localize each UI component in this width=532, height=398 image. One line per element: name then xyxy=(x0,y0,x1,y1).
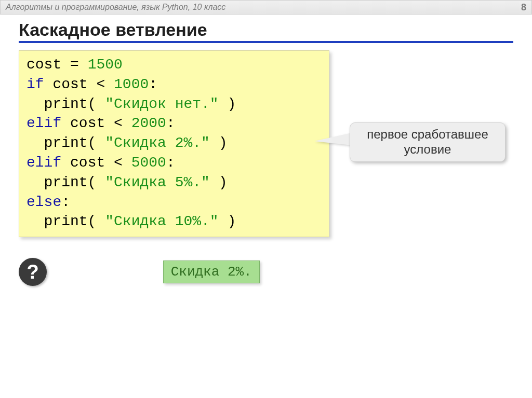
page-number: 8 xyxy=(521,2,526,13)
code-line: else: xyxy=(26,193,322,212)
code-line: print( "Скидка 10%." ) xyxy=(26,212,322,231)
header-title: Алгоритмы и программирование, язык Pytho… xyxy=(6,3,225,12)
callout-tail-icon xyxy=(314,133,352,145)
callout-box: первое сработавшее условие xyxy=(350,122,506,162)
code-line: elif cost < 2000: xyxy=(26,114,322,133)
code-line: print( "Скидок нет." ) xyxy=(26,94,322,114)
code-block: cost = 1500 if cost < 1000: print( "Скид… xyxy=(19,50,329,237)
answer-box: Скидка 2%. xyxy=(163,260,260,283)
code-line: print( "Скидка 2%." ) xyxy=(26,133,322,153)
code-line: if cost < 1000: xyxy=(26,75,322,94)
slide-header: Алгоритмы и программирование, язык Pytho… xyxy=(0,0,532,15)
slide-content: Каскадное ветвление cost = 1500 if cost … xyxy=(0,15,532,286)
question-box: Что выведет? xyxy=(34,259,145,285)
question-row: ? Что выведет? Скидка 2%. xyxy=(19,258,513,286)
slide-title: Каскадное ветвление xyxy=(19,20,513,43)
callout-text: первое сработавшее xyxy=(357,127,498,142)
code-line: cost = 1500 xyxy=(26,55,322,75)
code-line: print( "Скидка 5%." ) xyxy=(26,173,322,193)
code-line: elif cost < 5000: xyxy=(26,153,322,173)
callout-text: условие xyxy=(357,142,498,157)
question-icon: ? xyxy=(19,258,47,286)
